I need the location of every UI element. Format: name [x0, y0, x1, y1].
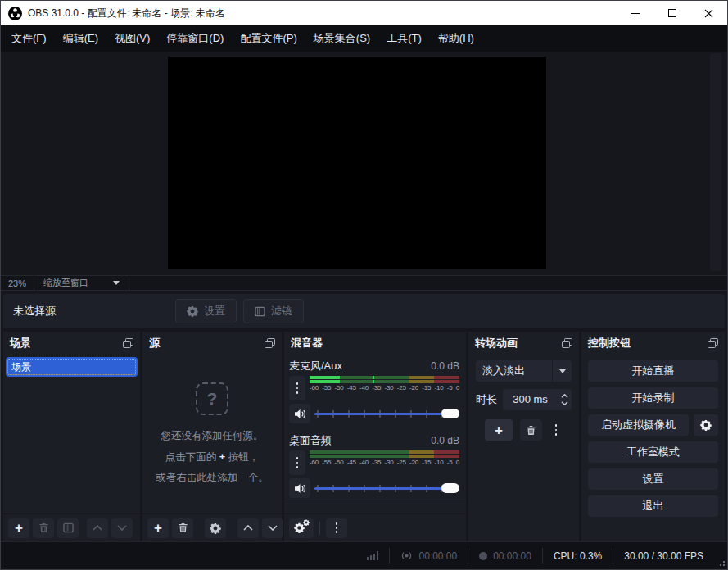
- start-recording-button[interactable]: 开始录制: [588, 387, 718, 409]
- exit-button[interactable]: 退出: [588, 495, 718, 517]
- add-source-button[interactable]: +: [147, 518, 169, 538]
- mixer-volume-row: [289, 404, 459, 423]
- mixer-channel-menu-button[interactable]: [289, 450, 305, 475]
- titlebar[interactable]: OBS 31.0.0 - 配置文件: 未命名 - 场景: 未命名: [1, 1, 727, 25]
- menu-file[interactable]: 文件(F): [3, 25, 55, 52]
- meter-tick-label: -40: [359, 459, 369, 466]
- kebab-icon: [555, 424, 558, 435]
- mixer-channel-db: 0.0 dB: [431, 435, 459, 446]
- transition-menu-button[interactable]: [549, 424, 563, 435]
- menu-scene-collection[interactable]: 场景集合(S): [305, 25, 378, 52]
- obs-window: OBS 31.0.0 - 配置文件: 未命名 - 场景: 未命名 文件(F) 编…: [0, 0, 728, 570]
- start-virtual-camera-button[interactable]: 启动虚拟摄像机: [588, 414, 689, 436]
- source-properties-label: 设置: [204, 304, 225, 319]
- add-transition-button[interactable]: +: [485, 419, 513, 441]
- duration-value[interactable]: 300 ms: [503, 389, 558, 410]
- spin-arrows: [558, 389, 572, 410]
- speaker-icon: [294, 409, 306, 419]
- scene-name: 场景: [11, 360, 31, 374]
- scenes-panel-header[interactable]: 场景: [3, 332, 140, 355]
- preview-horizontal-scrollbar[interactable]: [129, 276, 727, 290]
- virtual-camera-config-button[interactable]: [694, 414, 718, 436]
- mixer-channel-menu-button[interactable]: [289, 376, 305, 400]
- remove-transition-button[interactable]: [520, 419, 542, 441]
- source-filters-button[interactable]: 滤镜: [243, 299, 304, 323]
- menu-scene-collection-key: S: [359, 32, 367, 44]
- menu-help[interactable]: 帮助(H): [430, 25, 482, 52]
- transition-buttons-row: +: [476, 419, 572, 441]
- close-button[interactable]: [690, 1, 727, 25]
- source-properties-toolbar-button[interactable]: [205, 518, 226, 538]
- remove-scene-button[interactable]: [33, 518, 54, 538]
- menu-docks[interactable]: 停靠窗口(D): [158, 25, 232, 52]
- add-scene-button[interactable]: +: [8, 518, 29, 538]
- popout-icon[interactable]: [708, 338, 718, 348]
- settings-button[interactable]: 设置: [588, 468, 718, 490]
- transition-select[interactable]: 淡入淡出: [476, 360, 572, 382]
- minimize-button[interactable]: [617, 1, 653, 25]
- fps-counter: 30.00 / 30.00 FPS: [613, 548, 714, 564]
- remove-source-button[interactable]: [172, 518, 193, 538]
- transitions-panel-header[interactable]: 转场动画: [468, 332, 579, 355]
- mute-button[interactable]: [289, 478, 310, 498]
- scale-mode-label: 缩放至窗口: [43, 277, 88, 289]
- meter-tick-label: -50: [335, 384, 344, 391]
- spin-down-button[interactable]: [561, 401, 568, 405]
- scene-down-button[interactable]: [111, 518, 133, 538]
- source-up-button[interactable]: [237, 518, 259, 538]
- transition-selected-value: 淡入淡出: [476, 364, 552, 378]
- chevron-up-icon: [243, 525, 253, 531]
- menu-profile[interactable]: 配置文件(P): [232, 25, 305, 52]
- mixer-channel-db: 0.0 dB: [431, 360, 459, 372]
- sources-panel-title: 源: [149, 336, 160, 351]
- slider-handle[interactable]: [441, 483, 459, 493]
- maximize-button[interactable]: [653, 1, 690, 25]
- scenes-panel: 场景 场景 +: [3, 332, 140, 541]
- duration-spinbox[interactable]: 300 ms: [503, 389, 572, 410]
- menu-tools[interactable]: 工具(T): [378, 25, 430, 52]
- volume-slider[interactable]: [314, 482, 459, 494]
- menu-edit[interactable]: 编辑(E): [55, 25, 106, 52]
- status-bar: 00:00:00 00:00:00 CPU: 0.3% 30.00 / 30.0…: [1, 541, 727, 569]
- volume-slider[interactable]: [314, 408, 459, 419]
- mute-button[interactable]: [289, 404, 310, 423]
- menu-view[interactable]: 视图(V): [106, 25, 158, 52]
- source-properties-button[interactable]: 设置: [175, 299, 237, 323]
- resize-grip[interactable]: [717, 558, 725, 566]
- source-down-button[interactable]: [262, 518, 283, 538]
- meter-tick-label: -40: [359, 384, 369, 391]
- connection-status: [356, 548, 390, 564]
- scene-list-item-selected[interactable]: 场景: [6, 357, 138, 377]
- preview-area: [1, 52, 727, 275]
- popout-icon[interactable]: [265, 338, 275, 348]
- popout-icon[interactable]: [562, 338, 572, 348]
- menu-edit-pre: 编辑(: [63, 32, 88, 44]
- advanced-audio-button[interactable]: [289, 518, 314, 538]
- meter-bar-right: [310, 455, 459, 458]
- slider-track: [314, 487, 459, 490]
- spin-up-button[interactable]: [561, 394, 568, 398]
- preview-canvas[interactable]: [168, 57, 546, 269]
- preview-vertical-scrollbar[interactable]: [710, 53, 721, 271]
- menu-tools-post: ): [418, 32, 421, 44]
- close-icon: [704, 9, 713, 18]
- scene-filters-button[interactable]: [57, 518, 79, 538]
- start-streaming-button[interactable]: 开始直播: [588, 360, 718, 382]
- scenes-list[interactable]: 场景: [3, 355, 140, 513]
- trash-icon: [38, 522, 49, 533]
- sources-panel-header[interactable]: 源: [142, 332, 282, 355]
- scale-mode-dropdown[interactable]: 缩放至窗口: [34, 276, 129, 290]
- scene-up-button[interactable]: [87, 518, 108, 538]
- meter-tick-label: -5: [447, 384, 453, 391]
- gear-icon: [187, 305, 198, 317]
- menu-help-post: ): [471, 32, 474, 44]
- mixer-panel-header[interactable]: 混音器: [284, 332, 466, 355]
- studio-mode-button[interactable]: 工作室模式: [588, 441, 718, 463]
- controls-panel-header[interactable]: 控制按钮: [581, 332, 725, 355]
- mixer-menu-button[interactable]: [326, 518, 347, 538]
- chevron-down-icon: [117, 525, 127, 531]
- slider-handle[interactable]: [441, 409, 459, 418]
- sources-list[interactable]: ? 您还没有添加任何源。 点击下面的 + 按钮， 或者右击此处添加一个。: [142, 355, 282, 513]
- menu-help-pre: 帮助(: [438, 32, 463, 44]
- popout-icon[interactable]: [123, 338, 133, 348]
